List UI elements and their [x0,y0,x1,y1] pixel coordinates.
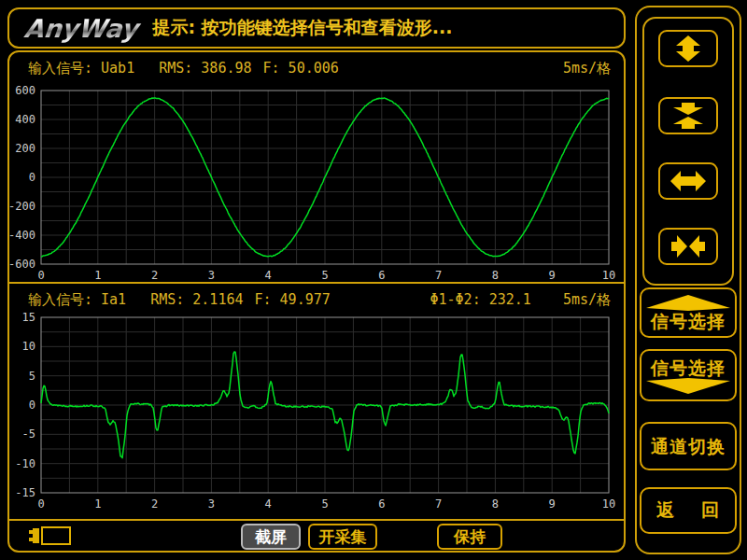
triangle-up-icon [646,295,730,311]
x-tick-label: 5 [321,497,328,511]
y-tick-label: 15 [22,311,35,324]
y-tick-label: 200 [15,142,35,155]
y-tick-label: 600 [15,84,35,97]
y-tick-label: 10 [22,340,35,353]
signal-select-up-label: 信号选择 [651,311,726,331]
signal-select-down-label: 信号选择 [651,357,726,378]
x-tick-label: 8 [492,497,499,511]
signal-select-up-button[interactable]: 信号选择 [640,287,737,338]
voltage-chart-header: 输入信号: Uab1 RMS: 386.98 F: 50.006 5ms/格 [9,58,624,78]
current-waveform-chart: 151050-5-10-15012345678910 [9,310,624,511]
x-tick-label: 1 [94,269,101,282]
triangle-down-icon [646,378,730,394]
phase-difference-value: Φ1-Φ2: 232.1 [430,291,531,308]
x-tick-label: 4 [265,269,272,282]
main-panel: 输入信号: Uab1 RMS: 386.98 F: 50.006 5ms/格 6… [7,50,626,553]
voltage-rms-value: RMS: 386.98 [159,60,251,77]
x-tick-label: 7 [435,497,442,511]
title-bar: AnyWay 提示: 按功能键选择信号和查看波形... [7,7,626,49]
x-tick-label: 2 [151,269,158,282]
start-acquire-button[interactable]: 开采集 [308,524,377,550]
zoom-button-group [642,17,734,286]
panel-divider [9,282,624,284]
x-tick-label: 9 [549,497,556,511]
y-tick-label: -400 [9,229,35,242]
x-tick-label: 0 [37,269,44,282]
voltage-timebase-value: 5ms/格 [563,60,611,77]
x-tick-label: 6 [378,497,385,511]
current-timebase-value: 5ms/格 [563,291,611,309]
x-tick-label: 3 [208,497,215,511]
y-tick-label: 0 [29,399,35,412]
y-tick-label: 5 [29,370,35,383]
instrument-screen: AnyWay 提示: 按功能键选择信号和查看波形... 输入信号: Uab1 R… [0,0,747,560]
x-tick-label: 10 [602,269,615,282]
y-tick-label: -5 [22,427,35,441]
return-label-right: 回 [701,498,720,523]
channel-switch-button[interactable]: 通道切换 [640,422,737,470]
current-rms-value: RMS: 2.1164 [150,291,243,308]
hint-text: 提示: 按功能键选择信号和查看波形... [153,16,453,40]
expand-horizontal-button[interactable] [658,162,718,200]
return-label-left: 返 [656,498,675,523]
anyway-logo: AnyWay [22,14,143,43]
current-chart-header: 输入信号: Ia1 RMS: 2.1164 F: 49.977 Φ1-Φ2: 2… [9,289,624,310]
y-tick-label: 0 [29,171,35,184]
current-signal-label: 输入信号: Ia1 [28,291,126,309]
x-tick-label: 8 [492,269,499,282]
voltage-signal-label: 输入信号: Uab1 [28,60,134,77]
voltage-frequency-value: F: 50.006 [263,60,339,77]
collapse-horizontal-button[interactable] [658,228,718,265]
x-tick-label: 1 [94,497,101,511]
battery-icon [28,525,73,547]
expand-horizontal-icon [669,167,707,195]
collapse-vertical-button[interactable] [658,97,718,134]
collapse-vertical-icon [669,102,707,130]
channel-switch-label: 通道切换 [651,436,726,456]
x-tick-label: 3 [208,269,215,282]
sidebar: 信号选择 信号选择 通道切换 返 回 [635,6,741,554]
current-frequency-value: F: 49.977 [255,291,331,308]
return-button[interactable]: 返 回 [640,487,737,534]
x-tick-label: 2 [151,497,158,511]
x-tick-label: 0 [37,497,44,511]
x-tick-label: 5 [321,269,328,282]
x-tick-label: 9 [549,269,556,282]
y-tick-label: -200 [9,200,35,213]
collapse-horizontal-icon [669,232,707,260]
bottom-bar: 截屏 开采集 保持 [9,521,624,551]
voltage-waveform-chart: 6004002000-200-400-600012345678910 [9,80,624,282]
x-tick-label: 7 [435,269,442,282]
x-tick-label: 4 [265,497,272,511]
y-tick-label: -600 [9,258,35,271]
y-tick-label: -15 [15,486,35,499]
y-tick-label: -10 [15,457,35,470]
y-tick-label: 400 [15,113,35,126]
screenshot-button[interactable]: 截屏 [241,524,301,550]
expand-vertical-icon [669,35,707,63]
expand-vertical-button[interactable] [658,30,718,67]
x-tick-label: 6 [378,269,385,282]
signal-select-down-button[interactable]: 信号选择 [640,349,737,401]
hold-button[interactable]: 保持 [437,524,502,550]
x-tick-label: 10 [602,497,615,511]
